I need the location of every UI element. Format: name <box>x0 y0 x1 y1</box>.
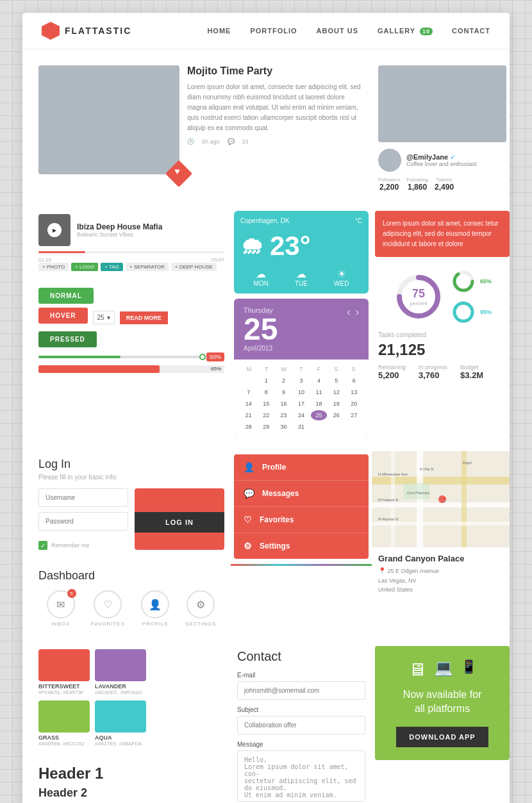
weather-temp: 🌧 23° <box>240 231 362 261</box>
remember-checkbox[interactable]: ✓ <box>38 541 47 550</box>
verified-icon: ✓ <box>450 154 455 161</box>
email-input[interactable] <box>237 681 365 700</box>
nav-about[interactable]: ABOUT US <box>317 27 358 35</box>
slider-value: 50% <box>206 352 224 361</box>
blog-comment-icon: 💬 <box>228 138 235 145</box>
subject-input[interactable] <box>237 716 365 734</box>
mobile-icon: 📱 <box>461 659 477 680</box>
dashboard-title: Dashboard <box>38 569 224 583</box>
menu-profile[interactable]: 👤 Profile <box>234 454 369 481</box>
tag-separator[interactable]: + SEPARATOR <box>126 263 169 271</box>
pressed-button[interactable]: PRESSED <box>38 331 97 347</box>
weather-city: Copenhagen, DK <box>240 217 290 224</box>
slider-fill <box>38 356 121 358</box>
blog-comments: 23 <box>242 138 249 145</box>
progress-label: 65% <box>211 366 221 372</box>
grass-swatch: GRASS #A0D568, #8CC152 <box>38 700 90 747</box>
twitter-profile: @EmilyJane ✓ Coffee lover and enthusiast <box>378 149 506 172</box>
contact-col: Contact E-mail Subject Message Hello, Lo… <box>231 643 372 803</box>
audio-title: Ibiza Deep House Mafia <box>77 222 162 231</box>
weather-card: Copenhagen, DK °C 🌧 23° ☁ MON ☁ TUE <box>234 211 369 294</box>
section-bottom: BITTERSWEET #FC6E51, #E9573F LAVANDER #A… <box>22 643 510 803</box>
username-input[interactable] <box>38 488 128 507</box>
settings-item: ⚙ SETTINGS <box>185 590 216 627</box>
twitter-handle: @EmilyJane ✓ <box>406 153 476 161</box>
header-1: Header 1 <box>38 765 224 782</box>
weather-unit: °C <box>355 217 362 224</box>
aqua-swatch: AQUA #4E1TE9, #3BAFDA <box>95 700 146 747</box>
calendar-next[interactable]: › <box>356 306 359 318</box>
play-button[interactable]: ▶ <box>47 223 62 237</box>
menu-settings[interactable]: ⚙ Settings <box>234 533 369 559</box>
blog-time: 5h ago <box>202 138 220 145</box>
nav-gallery[interactable]: GALLERY 10 <box>378 27 433 35</box>
mini-donut-2 <box>451 299 476 325</box>
nav-contact[interactable]: CONTACT <box>452 27 490 35</box>
normal-button[interactable]: NORMAL <box>38 288 94 304</box>
settings-icon[interactable]: ⚙ <box>187 590 215 618</box>
slider-track[interactable] <box>38 356 203 358</box>
platforms-icons: 🖥 💻 📱 <box>388 659 497 680</box>
logo-icon <box>42 22 60 40</box>
calendar-nav: ‹ › <box>347 306 359 318</box>
menu-col: 👤 Profile 💬 Messages ♡ Favorites ⚙ Setti… <box>231 451 372 633</box>
stats-row: Remaining 5,200 In progress 3,760 Budget… <box>378 364 506 380</box>
stats-card: 75 percent 65% <box>372 262 510 386</box>
favorites-icon[interactable]: ♡ <box>94 590 122 618</box>
weather-days: ☁ MON ☁ TUE ☀ WED <box>240 268 362 287</box>
blog-meta: 🕐 5h ago 💬 23 <box>187 138 365 145</box>
mini-donut-65: 65% <box>451 269 492 294</box>
nav-portfolio[interactable]: PORTFOLIO <box>250 27 297 35</box>
profile-label: PROFILE <box>141 621 169 627</box>
email-label: E-mail <box>237 672 365 679</box>
progress-bar-65: 65% <box>38 365 224 373</box>
svg-point-5 <box>454 303 472 321</box>
buttons-section: NORMAL HOVER 25 ▾ READ MORE PRESSED <box>32 288 231 373</box>
svg-rect-10 <box>461 451 467 547</box>
slider-thumb[interactable] <box>199 354 206 360</box>
message-input[interactable]: Hello, Lorem ipsum dolor sit amet, con- … <box>237 750 365 802</box>
audio-buttons-col: ▶ Ibiza Deep House Mafia Balearic Sunset… <box>32 208 231 442</box>
hover-row: HOVER 25 ▾ READ MORE <box>38 308 224 327</box>
nav-home[interactable]: HOME <box>207 27 231 35</box>
download-button[interactable]: DOWNLOAD APP <box>396 727 488 747</box>
tag-deephouse[interactable]: + DEEP HOUSE <box>171 263 217 271</box>
read-more-button[interactable]: READ MORE <box>120 311 168 324</box>
desktop-icon: 🖥 <box>408 659 426 680</box>
calendar-info: Thursday 25 April/2013 <box>244 306 278 352</box>
calendar-prev[interactable]: ‹ <box>347 306 350 318</box>
tag-photo[interactable]: + PHOTO <box>38 263 69 271</box>
tag-tag[interactable]: + TAG <box>101 263 123 271</box>
svg-text:W Wayman St: W Wayman St <box>378 517 399 521</box>
blog-card: Mojito Time Party Lorem ipsum dolor sit … <box>32 59 372 198</box>
twitter-card: @EmilyJane ✓ Coffee lover and enthusiast… <box>372 59 510 198</box>
blog-image <box>38 65 179 174</box>
audio-progress-bar[interactable] <box>38 251 224 253</box>
progress-fill-65 <box>38 365 160 373</box>
tag-logo[interactable]: + LOGO <box>71 263 98 271</box>
typography-section: Header 1 Header 2 Header 3 Some random t… <box>32 758 231 803</box>
nav-links: HOME PORTFOLIO ABOUT US GALLERY 10 CONTA… <box>207 27 490 35</box>
weather-calendar-col: Copenhagen, DK °C 🌧 23° ☁ MON ☁ TUE <box>231 208 372 442</box>
dashboard-icons: ✉ 5 INBOX ♡ FAVORITES 👤 <box>38 590 224 627</box>
profile-menu-icon: 👤 <box>244 462 254 472</box>
profile-icon[interactable]: 👤 <box>141 590 169 618</box>
hover-button[interactable]: HOVER <box>38 308 88 324</box>
menu-messages[interactable]: 💬 Messages <box>234 481 369 507</box>
audio-times: 01:16 05:07 <box>38 257 224 263</box>
logo[interactable]: FLATTASTIC <box>42 22 131 40</box>
svg-text:W Hubbard St: W Hubbard St <box>378 498 399 502</box>
remaining-stat: Remaining 5,200 <box>378 364 406 380</box>
weather-day-mon: ☁ MON <box>254 268 269 287</box>
select-box[interactable]: 25 ▾ <box>93 311 115 324</box>
calendar-header: Thursday 25 April/2013 ‹ › <box>234 299 369 360</box>
login-button[interactable]: LOG IN <box>135 512 224 533</box>
inbox-icon[interactable]: ✉ 5 <box>47 590 75 618</box>
password-input[interactable] <box>38 512 128 531</box>
menu-favorites[interactable]: ♡ Favorites <box>234 507 369 533</box>
followers-stat: Followers 2,200 <box>378 177 400 192</box>
platforms-card: 🖥 💻 📱 Now available forall platforms DOW… <box>375 646 510 760</box>
map-area: N Milwaukee Ave N Ohio St W Hubbard St W… <box>372 451 510 547</box>
gallery-badge: 10 <box>420 28 433 35</box>
svg-text:Osco Pharmacy: Osco Pharmacy <box>407 491 430 495</box>
